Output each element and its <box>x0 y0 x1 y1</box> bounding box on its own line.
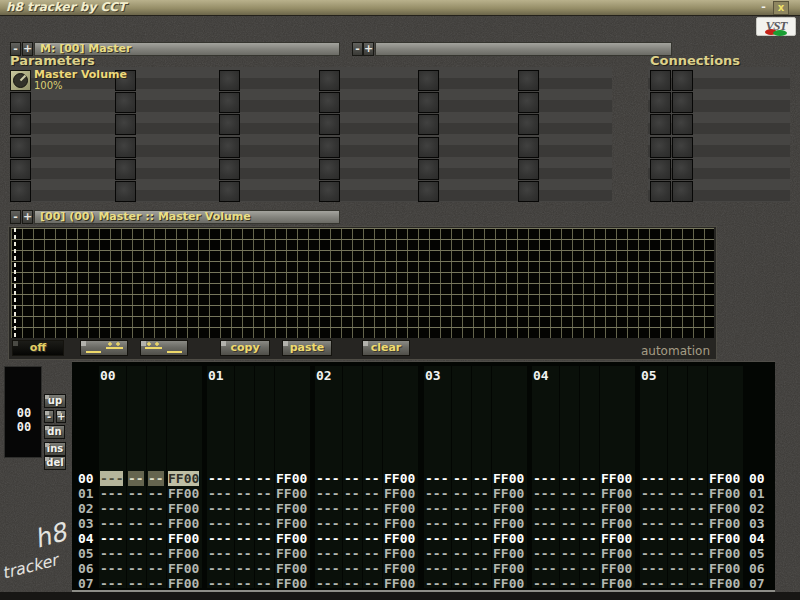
effect-cell[interactable]: FF00 <box>493 516 524 531</box>
note-cell[interactable]: --- <box>208 471 231 486</box>
volume-cell[interactable]: -- <box>364 531 380 546</box>
note-cell[interactable]: --- <box>316 561 339 576</box>
effect-cell[interactable]: FF00 <box>276 471 307 486</box>
fade-in-button[interactable] <box>80 340 128 356</box>
empty-knob-slot[interactable] <box>10 159 31 180</box>
instrument-cell[interactable]: -- <box>453 561 469 576</box>
empty-knob-slot[interactable] <box>319 92 340 113</box>
instrument-cell[interactable]: -- <box>561 561 577 576</box>
connection-knob-slot[interactable] <box>650 159 671 180</box>
volume-cell[interactable]: -- <box>256 471 272 486</box>
instrument-cell[interactable]: -- <box>236 486 252 501</box>
volume-cell[interactable]: -- <box>256 546 272 561</box>
empty-knob-slot[interactable] <box>518 114 539 135</box>
aux-prev-button[interactable]: - <box>352 42 363 56</box>
clear-button[interactable]: clear <box>362 340 410 356</box>
note-cell[interactable]: --- <box>533 561 556 576</box>
volume-cell[interactable]: -- <box>473 486 489 501</box>
volume-cell[interactable]: -- <box>364 516 380 531</box>
note-cell[interactable]: --- <box>533 576 556 591</box>
pattern-decrement-button[interactable]: - <box>44 410 54 423</box>
volume-cell[interactable]: -- <box>364 561 380 576</box>
effect-cell[interactable]: FF00 <box>709 561 740 576</box>
instrument-cell[interactable]: -- <box>128 471 144 486</box>
volume-cell[interactable]: -- <box>689 576 705 591</box>
effect-cell[interactable]: FF00 <box>493 471 524 486</box>
effect-cell[interactable]: FF00 <box>601 471 632 486</box>
note-cell[interactable]: --- <box>641 546 664 561</box>
note-cell[interactable]: --- <box>533 546 556 561</box>
instrument-cell[interactable]: -- <box>669 561 685 576</box>
instrument-cell[interactable]: -- <box>344 546 360 561</box>
instrument-cell[interactable]: -- <box>344 576 360 591</box>
instrument-cell[interactable]: -- <box>669 471 685 486</box>
instrument-cell[interactable]: -- <box>669 576 685 591</box>
volume-cell[interactable]: -- <box>148 471 164 486</box>
instrument-cell[interactable]: -- <box>344 501 360 516</box>
copy-button[interactable]: copy <box>220 340 270 356</box>
volume-cell[interactable]: -- <box>256 531 272 546</box>
instrument-cell[interactable]: -- <box>344 486 360 501</box>
note-cell[interactable]: --- <box>641 501 664 516</box>
note-cell[interactable]: --- <box>641 486 664 501</box>
empty-knob-slot[interactable] <box>219 92 240 113</box>
volume-cell[interactable]: -- <box>689 516 705 531</box>
connection-knob-slot[interactable] <box>650 137 671 158</box>
note-cell[interactable]: --- <box>425 471 448 486</box>
volume-cell[interactable]: -- <box>689 546 705 561</box>
note-cell[interactable]: --- <box>316 516 339 531</box>
pattern-increment-button[interactable]: + <box>56 410 66 423</box>
effect-cell[interactable]: FF00 <box>384 486 415 501</box>
pattern-grid[interactable]: 00010203040500-------FF00-------FF00----… <box>72 362 775 592</box>
connection-knob-slot[interactable] <box>650 92 671 113</box>
effect-cell[interactable]: FF00 <box>709 576 740 591</box>
empty-knob-slot[interactable] <box>219 70 240 91</box>
empty-knob-slot[interactable] <box>418 114 439 135</box>
automation-off-button[interactable]: off <box>12 340 64 356</box>
empty-knob-slot[interactable] <box>319 114 340 135</box>
connection-knob-slot[interactable] <box>672 137 693 158</box>
volume-cell[interactable]: -- <box>473 531 489 546</box>
note-cell[interactable]: --- <box>425 516 448 531</box>
note-cell[interactable]: --- <box>208 486 231 501</box>
empty-knob-slot[interactable] <box>10 114 31 135</box>
volume-cell[interactable]: -- <box>581 486 597 501</box>
connection-knob-slot[interactable] <box>672 114 693 135</box>
pattern-insert-button[interactable]: ins <box>44 442 66 456</box>
note-cell[interactable]: --- <box>425 546 448 561</box>
volume-cell[interactable]: -- <box>581 561 597 576</box>
empty-knob-slot[interactable] <box>518 137 539 158</box>
note-cell[interactable]: --- <box>641 576 664 591</box>
instrument-cell[interactable]: -- <box>669 486 685 501</box>
effect-cell[interactable]: FF00 <box>276 486 307 501</box>
note-cell[interactable]: --- <box>100 486 123 501</box>
note-cell[interactable]: --- <box>641 471 664 486</box>
empty-knob-slot[interactable] <box>518 92 539 113</box>
effect-cell[interactable]: FF00 <box>168 531 199 546</box>
instrument-cell[interactable]: -- <box>561 516 577 531</box>
effect-cell[interactable]: FF00 <box>276 561 307 576</box>
note-cell[interactable]: --- <box>316 531 339 546</box>
effect-cell[interactable]: FF00 <box>276 531 307 546</box>
pattern-down-button[interactable]: dn <box>44 425 65 439</box>
effect-cell[interactable]: FF00 <box>601 561 632 576</box>
effect-cell[interactable]: FF00 <box>601 531 632 546</box>
volume-cell[interactable]: -- <box>689 471 705 486</box>
volume-cell[interactable]: -- <box>581 501 597 516</box>
volume-cell[interactable]: -- <box>148 561 164 576</box>
note-cell[interactable]: --- <box>425 561 448 576</box>
empty-knob-slot[interactable] <box>115 159 136 180</box>
automation-selector-bar[interactable]: [00] (00) Master :: Master Volume <box>34 210 340 224</box>
effect-cell[interactable]: FF00 <box>168 471 199 486</box>
instrument-cell[interactable]: -- <box>128 501 144 516</box>
note-cell[interactable]: --- <box>425 486 448 501</box>
connection-knob-slot[interactable] <box>672 70 693 91</box>
empty-knob-slot[interactable] <box>319 137 340 158</box>
instrument-cell[interactable]: -- <box>453 546 469 561</box>
effect-cell[interactable]: FF00 <box>493 561 524 576</box>
effect-cell[interactable]: FF00 <box>709 546 740 561</box>
note-cell[interactable]: --- <box>316 471 339 486</box>
instrument-cell[interactable]: -- <box>236 531 252 546</box>
effect-cell[interactable]: FF00 <box>601 576 632 591</box>
instrument-cell[interactable]: -- <box>453 501 469 516</box>
